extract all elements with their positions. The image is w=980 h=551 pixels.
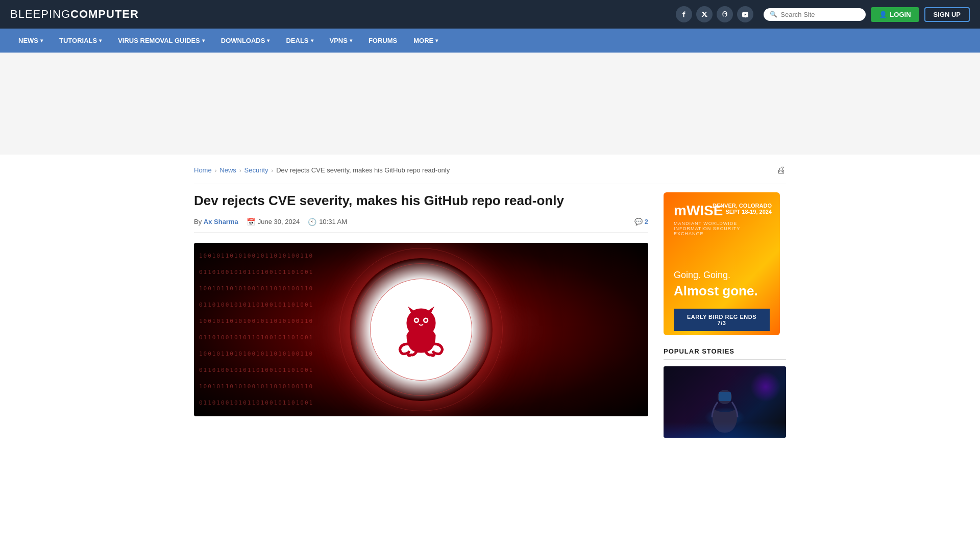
svg-point-0 [724, 13, 725, 14]
svg-point-6 [425, 319, 427, 321]
search-icon: 🔍 [770, 11, 777, 18]
breadcrumb-home[interactable]: Home [194, 166, 212, 174]
nav-item-deals[interactable]: DEALS ▾ [278, 29, 321, 53]
social-icons [676, 6, 753, 22]
chevron-down-icon: ▾ [350, 38, 352, 43]
nav-item-news[interactable]: NEWS ▾ [10, 29, 51, 53]
article-meta: By Ax Sharma 📅 June 30, 2024 🕙 10:31 AM … [194, 218, 648, 233]
sidebar: mWISE MANDIANT WORLDWIDEINFORMATION SECU… [664, 192, 786, 438]
github-hero-image: 10010110101001011010100110 0110100101011… [194, 243, 648, 416]
site-header: BLEEPINGCOMPUTER 🔍 👤 LOGIN SIGN UP [0, 0, 980, 29]
article-comments[interactable]: 💬 2 [634, 218, 648, 226]
popular-stories-heading: POPULAR STORIES [664, 347, 786, 360]
article-image: 10010110101001011010100110 0110100101011… [194, 243, 648, 416]
mastodon-icon[interactable] [717, 6, 733, 22]
nav-item-virus-removal[interactable]: VIRUS REMOVAL GUIDES ▾ [110, 29, 213, 53]
hacker-image [664, 366, 786, 438]
nav-item-downloads[interactable]: DOWNLOADS ▾ [213, 29, 278, 53]
comment-icon: 💬 [634, 218, 643, 226]
youtube-icon[interactable] [737, 6, 753, 22]
breadcrumb-sep-2: › [239, 167, 241, 173]
popular-story-1-image[interactable] [664, 366, 786, 438]
login-icon: 👤 [879, 11, 887, 18]
main-nav: NEWS ▾ TUTORIALS ▾ VIRUS REMOVAL GUIDES … [0, 29, 980, 53]
breadcrumb-security[interactable]: Security [244, 166, 268, 174]
ad-cta-button[interactable]: EARLY BIRD REG ENDS 7/3 [674, 309, 770, 331]
breadcrumb: Home › News › Security › Dev rejects CVE… [194, 165, 786, 184]
breadcrumb-current: Dev rejects CVE severity, makes his GitH… [276, 166, 450, 174]
nav-item-more[interactable]: MORE ▾ [405, 29, 446, 53]
svg-point-1 [725, 13, 726, 14]
logo-bold: COMPUTER [70, 8, 139, 20]
search-box[interactable]: 🔍 [764, 8, 866, 21]
sidebar-ad[interactable]: mWISE MANDIANT WORLDWIDEINFORMATION SECU… [664, 192, 780, 335]
header-right: 🔍 👤 LOGIN SIGN UP [676, 6, 970, 22]
author-link[interactable]: Ax Sharma [204, 218, 238, 226]
svg-point-5 [415, 319, 418, 321]
login-button[interactable]: 👤 LOGIN [871, 7, 919, 22]
ad-banner-top [0, 53, 980, 155]
logo-light: BLEEPING [10, 8, 70, 20]
content-layout: Dev rejects CVE severity, makes his GitH… [194, 192, 786, 438]
article-date: 📅 June 30, 2024 [247, 218, 300, 226]
twitter-icon[interactable] [696, 6, 713, 22]
article-main: Dev rejects CVE severity, makes his GitH… [194, 192, 648, 438]
facebook-icon[interactable] [676, 6, 692, 22]
chevron-down-icon: ▾ [435, 38, 438, 43]
screen-glow [664, 422, 786, 438]
github-octocat-svg [388, 296, 454, 363]
ad-subtitle: MANDIANT WORLDWIDEINFORMATION SECURITY E… [674, 221, 770, 236]
nav-item-forums[interactable]: FORUMS [360, 29, 405, 53]
ad-tagline: Going. Going. Almost gone. [674, 269, 770, 300]
site-logo[interactable]: BLEEPINGCOMPUTER [10, 8, 139, 21]
chevron-down-icon: ▾ [202, 38, 205, 43]
purple-glow [750, 371, 781, 402]
breadcrumb-news[interactable]: News [219, 166, 236, 174]
ad-location: DENVER, COLORADOSEPT 18-19, 2024 [713, 203, 772, 215]
chevron-down-icon: ▾ [40, 38, 43, 43]
breadcrumb-sep-3: › [272, 167, 274, 173]
article-title: Dev rejects CVE severity, makes his GitH… [194, 192, 648, 210]
nav-item-vpns[interactable]: VPNS ▾ [322, 29, 360, 53]
search-input[interactable] [780, 11, 860, 18]
chevron-down-icon: ▾ [99, 38, 102, 43]
breadcrumb-sep-1: › [215, 167, 217, 173]
calendar-icon: 📅 [247, 218, 255, 226]
article-time: 🕙 10:31 AM [308, 218, 347, 226]
article-author: By Ax Sharma [194, 218, 238, 226]
print-icon[interactable]: 🖨 [777, 165, 786, 176]
clock-icon: 🕙 [308, 218, 316, 226]
chevron-down-icon: ▾ [311, 38, 313, 43]
nav-item-tutorials[interactable]: TUTORIALS ▾ [51, 29, 110, 53]
main-container: Home › News › Security › Dev rejects CVE… [184, 155, 796, 448]
popular-stories: POPULAR STORIES [664, 347, 786, 438]
svg-rect-8 [719, 392, 731, 401]
signup-button[interactable]: SIGN UP [924, 7, 970, 22]
chevron-down-icon: ▾ [267, 38, 270, 43]
